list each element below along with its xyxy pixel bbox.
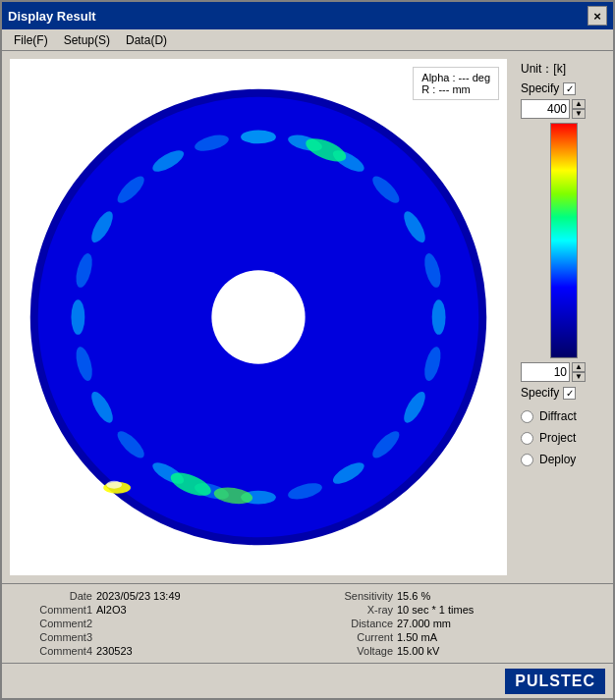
radio-group: Diffract Project Deploy [521,409,607,466]
close-button[interactable]: × [587,6,607,26]
info-label-distance: Distance [305,618,393,629]
info-value-distance: 27.000 mm [397,618,601,629]
bottom-value-input[interactable] [521,362,570,382]
bottom-spinner-down[interactable]: ▼ [572,372,586,382]
main-content: Alpha : --- deg R : --- mm Unit：[k] Spec… [2,51,613,583]
radio-diffract[interactable]: Diffract [521,409,607,423]
bottom-spinner: ▲ ▼ [521,362,607,382]
alpha-text: Alpha : --- deg [421,72,490,83]
svg-point-3 [241,130,276,143]
sidebar-top: Unit：[k] Specify ▲ ▼ [521,59,607,400]
info-value-sensitivity: 15.6 % [397,590,601,602]
info-value-voltage: 15.00 kV [397,645,601,657]
info-label-sensitivity: Sensitivity [305,590,393,602]
color-scale [550,123,578,358]
specify-bottom-checkbox[interactable] [563,387,576,400]
info-label-comment4: Comment4 [14,645,92,657]
specify-top-label: Specify [521,81,559,95]
diffract-label: Diffract [539,409,577,423]
specify-bottom-label: Specify [521,386,559,400]
menu-file[interactable]: File(F) [6,31,56,49]
info-value-comment4: 230523 [96,645,301,657]
image-container: Alpha : --- deg R : --- mm [10,59,507,575]
info-label-date: Date [14,590,92,602]
menu-bar: File(F) Setup(S) Data(D) [2,29,613,51]
info-value-date: 2023/05/23 13:49 [96,590,301,602]
svg-point-30 [106,481,122,489]
unit-label: Unit：[k] [521,61,607,78]
svg-point-32 [211,270,305,363]
menu-setup[interactable]: Setup(S) [56,31,118,49]
specify-bottom-row: Specify [521,386,607,400]
info-label-comment2: Comment2 [14,618,92,629]
info-label-comment1: Comment1 [14,604,92,616]
top-value-input[interactable] [521,99,570,119]
info-label-voltage: Voltage [305,645,393,657]
alpha-display: Alpha : --- deg R : --- mm [413,67,499,100]
info-value-current: 1.50 mA [397,631,601,643]
info-panel: Date 2023/05/23 13:49 Sensitivity 15.6 %… [2,583,613,663]
project-label: Project [539,431,576,445]
polar-plot [10,59,507,575]
pulstec-logo: PULSTEC [505,669,605,694]
top-spinner-up[interactable]: ▲ [572,99,586,109]
bottom-bar: PULSTEC [2,663,613,698]
title-bar: Display Result × [2,2,613,29]
info-value-comment1: Al2O3 [96,604,301,616]
svg-point-21 [71,299,84,335]
diffract-radio[interactable] [521,410,533,423]
sidebar: Unit：[k] Specify ▲ ▼ [515,51,613,583]
main-window: Display Result × File(F) Setup(S) Data(D… [0,0,615,700]
top-spinner: ▲ ▼ [521,99,607,119]
r-text: R : --- mm [421,83,490,95]
top-spinner-down[interactable]: ▼ [572,109,586,119]
project-radio[interactable] [521,432,533,445]
info-value-xray: 10 sec * 1 times [397,604,601,616]
svg-point-9 [432,299,446,335]
info-label-comment3: Comment3 [14,631,92,643]
info-label-current: Current [305,631,393,643]
canvas-area: Alpha : --- deg R : --- mm [2,51,515,583]
deploy-label: Deploy [539,453,576,466]
radio-project[interactable]: Project [521,431,607,445]
window-title: Display Result [8,9,96,24]
specify-top-checkbox[interactable] [563,82,576,95]
bottom-spinner-up[interactable]: ▲ [572,362,586,372]
menu-data[interactable]: Data(D) [118,31,175,49]
radio-deploy[interactable]: Deploy [521,453,607,466]
specify-top-row: Specify [521,81,607,95]
info-value-comment2 [96,618,301,629]
bottom-spinner-buttons: ▲ ▼ [572,362,586,382]
info-label-xray: X-ray [305,604,393,616]
top-spinner-buttons: ▲ ▼ [572,99,586,119]
info-value-comment3 [96,631,301,643]
deploy-radio[interactable] [521,454,533,466]
